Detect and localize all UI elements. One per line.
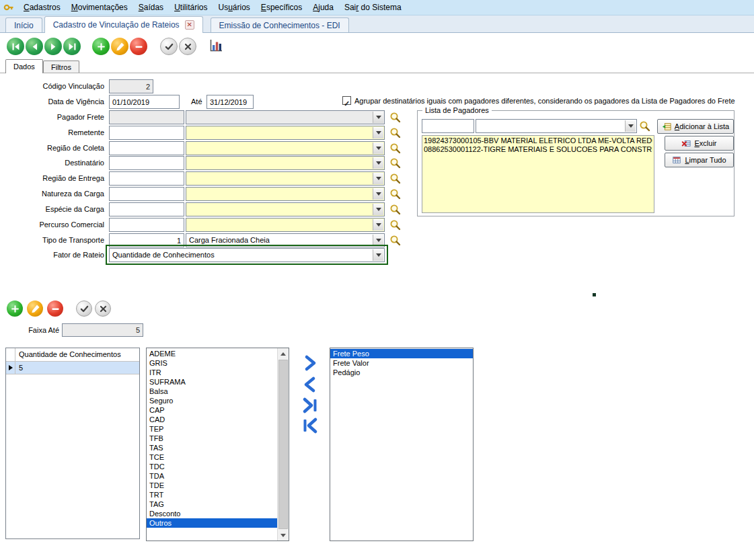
menu-item[interactable]: Específicos [256,0,307,15]
btn-cancel[interactable] [179,38,196,55]
pagador-codigo-input[interactable] [422,119,474,133]
componente-selecionado-item[interactable]: Frete Valor [330,358,473,368]
menu-item[interactable]: Cadastros [18,0,66,15]
combo-arrow-icon[interactable] [373,173,383,184]
regiao-coleta-search-icon[interactable] [389,143,401,154]
move-all-left-button[interactable] [301,417,319,434]
combo-arrow-icon[interactable] [373,249,383,261]
menu-item[interactable]: Usuários [213,0,255,15]
combo-arrow-icon[interactable] [373,188,383,200]
componente-selecionado-item[interactable]: Frete Peso [330,349,473,358]
especie-carga-codigo-field[interactable] [109,202,184,216]
pagador-frete-search-icon[interactable] [389,112,401,123]
percurso-comercial-search-icon[interactable] [389,219,401,231]
btn-edit[interactable] [111,38,128,55]
tipo-transporte-search-icon[interactable] [389,235,401,246]
tab-emissao-conhecimentos-edi[interactable]: Emissão de Conhecimentos - EDI [211,17,349,32]
componente-item[interactable]: Balsa [147,387,277,396]
natureza-carga-search-icon[interactable] [389,188,401,200]
percurso-comercial-codigo-field[interactable] [109,218,184,232]
regiao-entrega-search-icon[interactable] [389,173,401,184]
scroll-down-icon[interactable] [278,530,289,541]
pagador-list-item[interactable]: 19824373000105-BBV MATERIAL ELETRICO LTD… [424,136,652,145]
componente-item[interactable]: Desconto [147,509,277,518]
pagador-combo[interactable] [476,119,637,133]
faixas-grid[interactable]: Quantidade de Conhecimentos 5 [5,348,140,539]
remetente-combo[interactable] [186,126,385,140]
grid-row[interactable]: 5 [6,362,139,374]
regiao-entrega-combo[interactable] [186,171,385,186]
regiao-coleta-combo[interactable] [186,141,385,155]
tab-cadastro-vinculacao-rateios[interactable]: Cadastro de Vinculação de Rateios [44,16,203,33]
btn-insert[interactable] [92,38,110,55]
componente-item[interactable]: GRIS [147,358,277,368]
tab-inicio[interactable]: Início [5,17,42,32]
componente-item[interactable]: Outros [147,518,277,528]
especie-carga-combo[interactable] [186,202,385,216]
componente-item[interactable]: ITR [147,368,277,377]
regiao-entrega-codigo-field[interactable] [109,171,184,186]
move-right-button[interactable] [301,354,319,372]
componente-selecionado-item[interactable]: Pedágio [330,368,473,377]
componente-item[interactable]: CAD [147,415,277,424]
move-all-right-button[interactable] [301,397,319,414]
destinatario-search-icon[interactable] [389,157,401,169]
combo-arrow-icon[interactable] [373,157,383,169]
especie-carga-search-icon[interactable] [389,204,401,215]
agrupar-destinatarios-checkbox[interactable] [342,96,351,105]
scroll-up-icon[interactable] [278,348,289,359]
combo-arrow-icon[interactable] [373,204,383,215]
data-vigencia-inicio-field[interactable]: 01/10/2019 [109,95,180,109]
btn-cancel-faixa[interactable] [95,301,111,317]
componente-item[interactable]: TCE [147,452,277,462]
remetente-search-icon[interactable] [389,127,401,138]
natureza-carga-combo[interactable] [186,187,385,201]
btn-delete-faixa[interactable] [47,301,63,317]
destinatario-combo[interactable] [186,156,385,170]
componente-item[interactable]: TDE [147,481,277,490]
combo-arrow-icon[interactable] [373,127,383,138]
combo-arrow-icon[interactable] [373,143,383,154]
limpar-tudo-button[interactable]: Limpar Tudo [665,153,734,167]
btn-edit-faixa[interactable] [27,301,43,317]
menu-item[interactable]: Saídas [133,0,169,15]
scrollbar-thumb[interactable] [278,360,288,529]
tab-dados[interactable]: Dados [5,59,43,73]
btn-last-record[interactable] [63,38,81,55]
pagador-search-icon[interactable] [639,120,650,132]
tab-filtros[interactable]: Filtros [43,61,79,73]
componente-item[interactable]: CAP [147,405,277,415]
componente-item[interactable]: TAS [147,443,277,452]
move-left-button[interactable] [301,376,319,393]
componente-item[interactable]: SUFRAMA [147,377,277,387]
menu-item[interactable]: Movimentações [66,0,133,15]
btn-delete[interactable] [130,38,147,55]
componente-item[interactable]: TRT [147,490,277,499]
remetente-codigo-field[interactable] [109,126,184,140]
adicionar-a-lista-button[interactable]: Adicionar à Lista [657,119,734,134]
componente-item[interactable]: Seguro [147,396,277,405]
natureza-carga-codigo-field[interactable] [109,187,184,201]
btn-report-chart-icon[interactable] [208,38,225,55]
pagadores-listbox[interactable]: 19824373000105-BBV MATERIAL ELETRICO LTD… [422,135,654,213]
btn-next-record[interactable] [44,38,62,55]
close-tab-icon[interactable] [185,20,194,30]
btn-first-record[interactable] [7,38,24,55]
combo-arrow-icon[interactable] [373,219,383,231]
data-vigencia-fim-field[interactable]: 31/12/2019 [206,95,254,109]
componente-item[interactable]: ADEME [147,349,277,358]
grid-cell[interactable]: 5 [15,362,139,374]
regiao-coleta-codigo-field[interactable] [109,141,184,155]
destinatario-codigo-field[interactable] [109,156,184,170]
componente-item[interactable]: TEP [147,424,277,434]
menu-item[interactable]: Utilitários [169,0,213,15]
vertical-scrollbar[interactable] [277,348,289,541]
componentes-disponiveis-listbox[interactable]: ADEMEGRISITRSUFRAMABalsaSeguroCAPCADTEPT… [146,348,289,541]
menu-item[interactable]: Sair do Sistema [339,0,407,15]
fator-rateio-combo[interactable]: Quantidade de Conhecimentos [109,248,385,262]
menu-item[interactable]: Ajuda [307,0,339,15]
btn-prior-record[interactable] [26,38,43,55]
componente-item[interactable]: TFB [147,434,277,443]
btn-confirm-faixa[interactable] [76,301,92,317]
percurso-comercial-combo[interactable] [186,218,385,232]
